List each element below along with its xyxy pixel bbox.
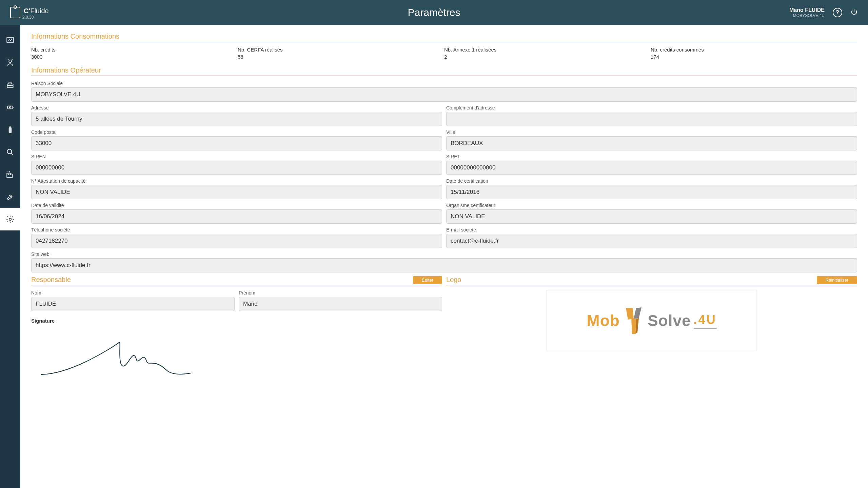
email-input[interactable] [446,234,857,248]
app-version: 2.0.30 [22,15,49,20]
stat-annexe-label: Nb. Annexe 1 réalisées [444,47,651,53]
organisme-input[interactable] [446,209,857,224]
sidebar-item-factory[interactable] [0,163,20,186]
web-label: Site web [31,251,857,257]
section-consommations-title: Informations Consommations [31,33,857,42]
siren-input[interactable] [31,161,442,175]
app-header: C'Fluide 2.0.30 Paramètres Mano FLUIDE M… [0,0,868,25]
user-name: Mano FLUIDE [789,7,825,13]
stat-consommes-value: 174 [651,54,857,60]
date-cert-label: Date de certification [446,178,857,184]
page-title: Paramètres [408,7,460,18]
logo-text-solve: Solve [648,311,691,330]
app-logo: C'Fluide 2.0.30 [10,7,49,18]
logo-mark-icon [10,7,20,18]
stat-cerfa-value: 56 [238,54,444,60]
attestation-label: N° Attestation de capacité [31,178,442,184]
prenom-label: Prénom [239,290,442,296]
main-content: Informations Consommations Nb. crédits 3… [20,25,868,488]
svg-point-5 [7,149,12,154]
raison-sociale-label: Raison Sociale [31,81,857,86]
sidebar-item-containers[interactable] [0,74,20,96]
siret-input[interactable] [446,161,857,175]
svg-marker-7 [626,308,634,320]
app-name: C'Fluide [24,7,49,15]
siret-label: SIRET [446,154,857,159]
logo-text-mob: Mob [587,311,620,330]
sidebar-item-equipment[interactable] [0,96,20,119]
svg-point-1 [9,60,12,63]
date-validite-input[interactable] [31,209,442,224]
organisme-label: Organisme certificateur [446,203,857,208]
complement-label: Complément d'adresse [446,105,857,110]
web-input[interactable] [31,258,857,272]
signature-label: Signature [31,318,442,324]
email-label: E-mail société [446,227,857,232]
reset-button[interactable]: Réinitialiser [817,276,857,284]
svg-marker-9 [631,319,636,334]
svg-rect-2 [7,84,13,88]
company-logo: Mob Solve .4U [547,290,757,351]
sidebar-item-tools[interactable] [0,186,20,208]
user-block[interactable]: Mano FLUIDE MOBYSOLVE.4U [789,7,825,18]
siren-label: SIREN [31,154,442,159]
section-operateur-title: Informations Opérateur [31,66,857,76]
svg-point-6 [9,218,12,221]
tel-input[interactable] [31,234,442,248]
cp-label: Code postal [31,129,442,135]
raison-sociale-input[interactable] [31,87,857,102]
adresse-label: Adresse [31,105,442,110]
cp-input[interactable] [31,136,442,150]
logout-icon[interactable] [850,8,858,17]
adresse-input[interactable] [31,112,442,126]
section-responsable-title: Responsable [31,276,71,285]
sidebar-item-settings[interactable] [0,208,20,230]
svg-marker-8 [634,307,642,319]
section-logo-title: Logo [446,276,461,285]
nom-input[interactable] [31,297,235,311]
stat-consommes-label: Nb. crédits consommés [651,47,857,53]
sidebar-item-operators[interactable] [0,52,20,74]
stats-row: Nb. crédits 3000 Nb. CERFA réalisés 56 N… [31,47,857,60]
help-icon[interactable]: ? [833,8,842,17]
svg-point-4 [9,107,11,108]
date-cert-input[interactable] [446,185,857,199]
ville-input[interactable] [446,136,857,150]
sidebar [0,25,20,488]
ville-label: Ville [446,129,857,135]
prenom-input[interactable] [239,297,442,311]
stat-credits-value: 3000 [31,54,238,60]
sidebar-item-search[interactable] [0,141,20,163]
stat-cerfa-label: Nb. CERFA réalisés [238,47,444,53]
logo-y-icon [623,305,645,336]
stat-annexe-value: 2 [444,54,651,60]
nom-label: Nom [31,290,235,296]
date-validite-label: Date de validité [31,203,442,208]
complement-input[interactable] [446,112,857,126]
user-org: MOBYSOLVE.4U [789,13,825,18]
sidebar-item-dashboard[interactable] [0,29,20,52]
stat-credits-label: Nb. crédits [31,47,238,53]
signature-image [31,327,442,383]
logo-text-4u: .4U [694,313,717,329]
edit-button[interactable]: Éditer [413,276,442,284]
sidebar-item-bottle[interactable] [0,119,20,141]
attestation-input[interactable] [31,185,442,199]
tel-label: Téléphone société [31,227,442,232]
